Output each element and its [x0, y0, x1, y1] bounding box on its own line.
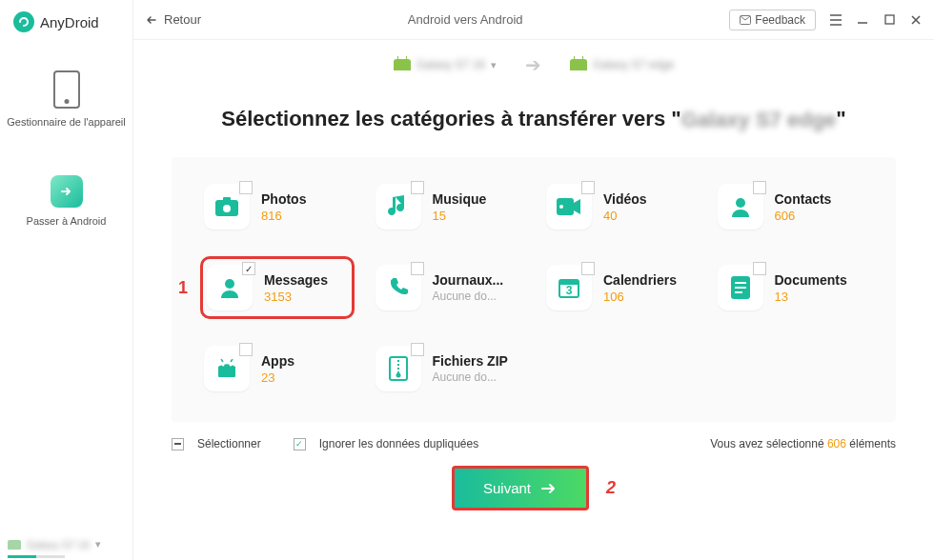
- category-checkbox[interactable]: [753, 181, 766, 194]
- category-checkbox[interactable]: [411, 343, 424, 356]
- category-info: Photos816: [261, 191, 306, 223]
- arrow-right-icon: [540, 482, 558, 495]
- main-panel: Retour Android vers Android Feedback Gal…: [133, 0, 934, 560]
- category-contacts[interactable]: Contacts606: [714, 178, 868, 235]
- category-icon: [376, 346, 421, 391]
- menu-icon[interactable]: [829, 13, 843, 27]
- category-info: Fichiers ZIPAucune do...: [433, 353, 508, 384]
- device-row: Galaxy S7 16 ▾ ➔ Galaxy S7 edge: [133, 40, 934, 82]
- category-info: Journaux...Aucune do...: [433, 272, 504, 303]
- minimize-icon[interactable]: [856, 13, 869, 27]
- category-info: Documents13: [775, 272, 847, 304]
- category-name: Photos: [261, 191, 306, 207]
- category-calendriers[interactable]: 3Calendriers106: [542, 256, 697, 319]
- header-title: Android vers Android: [201, 12, 729, 27]
- page-title: Sélectionnez les catégories à transférer…: [172, 107, 896, 132]
- category-name: Musique: [433, 191, 487, 207]
- phone-icon: [53, 70, 80, 109]
- category-info: Contacts606: [775, 191, 832, 223]
- category-icon: 3: [546, 265, 592, 310]
- select-all-checkbox[interactable]: [172, 438, 184, 450]
- next-button[interactable]: Suivant: [452, 466, 589, 510]
- category-photos[interactable]: Photos816: [200, 178, 355, 235]
- svg-point-16: [222, 364, 225, 367]
- svg-point-4: [223, 205, 231, 212]
- category-icon: [546, 184, 592, 230]
- topbar: Retour Android vers Android Feedback: [133, 0, 934, 40]
- category-count: 816: [261, 209, 306, 223]
- category-count: 106: [603, 290, 677, 304]
- android-icon: [8, 540, 21, 550]
- category-messages[interactable]: 1✓Messages3153: [200, 256, 355, 319]
- category-icon: [376, 265, 421, 310]
- app-name: AnyDroid: [40, 14, 99, 30]
- chevron-down-icon: ▾: [491, 59, 497, 71]
- category-name: Calendriers: [603, 272, 677, 288]
- svg-point-8: [225, 279, 234, 289]
- category-checkbox[interactable]: [581, 181, 595, 194]
- nav-switch-android[interactable]: Passer à Android: [27, 175, 107, 227]
- app-logo: AnyDroid: [0, 11, 99, 32]
- category-icon: [204, 184, 250, 230]
- storage-progress: [8, 555, 65, 558]
- category-musique[interactable]: Musique15: [372, 178, 526, 235]
- category-journaux[interactable]: Journaux...Aucune do...: [372, 256, 526, 319]
- category-info: Musique15: [433, 191, 487, 223]
- content: Sélectionnez les catégories à transférer…: [133, 82, 934, 422]
- category-count: 3153: [264, 290, 328, 304]
- category-checkbox[interactable]: [239, 343, 253, 356]
- close-icon[interactable]: [909, 13, 923, 27]
- footer-left: Sélectionner ✓ Ignorer les données dupli…: [172, 437, 478, 450]
- category-checkbox[interactable]: [411, 262, 424, 275]
- sidebar-device-footer[interactable]: Galaxy S7 16 ▾: [8, 538, 101, 550]
- svg-rect-1: [885, 15, 894, 24]
- category-checkbox[interactable]: [411, 181, 424, 194]
- ignore-label: Ignorer les données dupliquées: [319, 437, 478, 450]
- category-checkbox[interactable]: [753, 262, 766, 275]
- ignore-dupes-checkbox[interactable]: ✓: [294, 438, 306, 450]
- category-name: Documents: [775, 272, 847, 288]
- category-name: Messages: [264, 272, 328, 288]
- feedback-button[interactable]: Feedback: [729, 10, 816, 30]
- category-icon: ✓: [207, 265, 253, 310]
- nav-device-manager[interactable]: Gestionnaire de l'appareil: [7, 70, 125, 128]
- category-fichierszip[interactable]: Fichiers ZIPAucune do...: [372, 340, 526, 397]
- svg-rect-5: [557, 198, 574, 215]
- source-device[interactable]: Galaxy S7 16 ▾: [394, 58, 497, 71]
- category-info: Messages3153: [264, 272, 328, 304]
- category-name: Vidéos: [603, 191, 647, 207]
- next-label: Suivant: [483, 480, 531, 496]
- category-icon: [204, 346, 250, 391]
- category-name: Apps: [261, 353, 294, 369]
- category-empty: Aucune do...: [433, 370, 508, 384]
- arrow-right-icon: ➔: [525, 53, 541, 76]
- nav-label: Passer à Android: [27, 215, 107, 227]
- back-label: Retour: [164, 12, 201, 27]
- category-apps[interactable]: Apps23: [200, 340, 355, 397]
- svg-rect-15: [735, 291, 742, 293]
- category-count: 40: [603, 209, 647, 223]
- select-label: Sélectionner: [197, 437, 261, 450]
- category-checkbox[interactable]: [239, 181, 253, 194]
- svg-rect-14: [735, 287, 746, 289]
- next-row: Suivant 2: [133, 450, 934, 510]
- category-checkbox[interactable]: ✓: [242, 262, 255, 275]
- svg-rect-13: [735, 282, 746, 284]
- svg-line-19: [231, 359, 233, 362]
- category-count: 13: [775, 290, 847, 304]
- callout-2: 2: [606, 478, 616, 498]
- maximize-icon[interactable]: [883, 13, 896, 27]
- category-checkbox[interactable]: [581, 262, 595, 275]
- category-vidos[interactable]: Vidéos40: [542, 178, 697, 235]
- logo-icon: [13, 11, 34, 32]
- source-device-name: Galaxy S7 16: [416, 58, 485, 71]
- category-documents[interactable]: Documents13: [714, 256, 868, 319]
- category-grid: Photos816Musique15Vidéos40Contacts6061✓M…: [200, 178, 867, 397]
- selection-status: Vous avez sélectionné 606 éléments: [710, 437, 896, 450]
- svg-point-17: [230, 364, 233, 367]
- category-count: 606: [775, 209, 832, 223]
- category-grid-wrapper: Photos816Musique15Vidéos40Contacts6061✓M…: [172, 157, 896, 422]
- mail-icon: [740, 15, 751, 25]
- back-button[interactable]: Retour: [145, 12, 201, 27]
- category-count: 23: [261, 370, 294, 385]
